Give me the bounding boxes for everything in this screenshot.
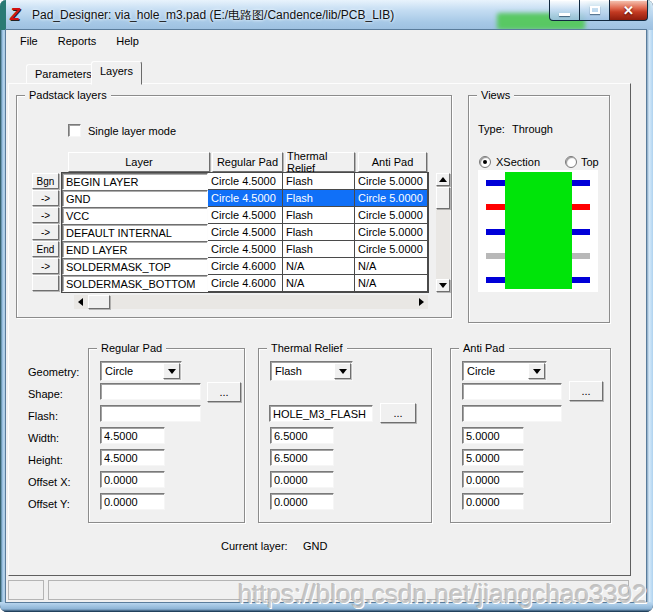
thermal-relief-flash-input[interactable] xyxy=(269,405,373,422)
thermal-relief-cell[interactable]: Flash xyxy=(283,190,355,207)
anti-pad-flash-input[interactable] xyxy=(462,405,562,422)
flash-label: Flash: xyxy=(28,410,58,422)
anti-pad-offset-y-input[interactable] xyxy=(462,493,524,510)
layer-cell[interactable]: GND xyxy=(62,190,208,207)
anti-pad-browse-button[interactable]: ... xyxy=(569,381,603,401)
chevron-down-icon[interactable] xyxy=(163,363,180,379)
row-end-button[interactable]: End xyxy=(32,241,59,257)
layer-cell[interactable]: SOLDERMASK_BOTTOM xyxy=(62,275,208,292)
anti-pad-cell[interactable]: Circle 5.0000 xyxy=(355,241,428,258)
scroll-down-button[interactable] xyxy=(436,279,450,292)
chevron-down-icon[interactable] xyxy=(528,363,545,379)
anti-pad-shape-input[interactable] xyxy=(462,383,562,400)
regular-pad-offset-x-input[interactable] xyxy=(100,471,165,488)
column-header-thermal-relief[interactable]: Thermal Relief xyxy=(286,152,355,172)
close-button[interactable]: ✕ xyxy=(610,0,648,21)
row-arrow-button[interactable]: -> xyxy=(32,207,59,223)
regular-pad-flash-input[interactable] xyxy=(100,405,201,422)
regular-pad-cell[interactable]: Circle 4.6000 xyxy=(208,275,283,292)
anti-pad-height-input[interactable] xyxy=(462,449,524,466)
column-header-layer[interactable]: Layer xyxy=(68,152,210,172)
thermal-relief-cell[interactable]: N/A xyxy=(283,258,355,275)
thermal-relief-browse-button[interactable]: ... xyxy=(380,403,416,423)
row-arrow-button[interactable]: -> xyxy=(32,258,59,274)
regular-pad-cell[interactable]: Circle 4.6000 xyxy=(208,258,283,275)
scroll-up-button[interactable] xyxy=(436,173,450,186)
menu-file[interactable]: File xyxy=(10,32,48,50)
table-row[interactable]: BEGIN LAYER Circle 4.5000 Flash Circle 5… xyxy=(62,173,428,190)
minimize-button[interactable] xyxy=(549,0,580,21)
table-row[interactable]: SOLDERMASK_TOP Circle 4.6000 N/A N/A xyxy=(62,258,428,275)
row-begin-button[interactable]: Bgn xyxy=(32,173,59,189)
anti-pad-offset-x-input[interactable] xyxy=(462,471,524,488)
tab-layers[interactable]: Layers xyxy=(91,61,142,85)
row-blank-button[interactable] xyxy=(32,275,59,291)
anti-pad-width-input[interactable] xyxy=(462,427,524,444)
thermal-relief-offset-y-input[interactable] xyxy=(270,493,334,510)
scroll-left-button[interactable] xyxy=(74,295,87,309)
table-row[interactable]: VCC Circle 4.5000 Flash Circle 5.0000 xyxy=(62,207,428,224)
xsection-radio[interactable] xyxy=(479,156,491,168)
anti-pad-cell[interactable]: Circle 5.0000 xyxy=(355,224,428,241)
layer-cell[interactable]: BEGIN LAYER xyxy=(62,173,208,190)
regular-pad-height-input[interactable] xyxy=(100,449,165,466)
anti-pad-cell[interactable]: Circle 5.0000 xyxy=(355,190,428,207)
layer-cell[interactable]: SOLDERMASK_TOP xyxy=(62,258,208,275)
vertical-scroll-thumb[interactable] xyxy=(436,187,450,209)
maximize-button[interactable] xyxy=(580,0,610,21)
table-horizontal-scrollbar[interactable] xyxy=(74,295,428,309)
regular-pad-cell[interactable]: Circle 4.5000 xyxy=(208,241,283,258)
column-header-anti-pad[interactable]: Anti Pad xyxy=(358,152,427,172)
regular-pad-cell[interactable]: Circle 4.5000 xyxy=(208,207,283,224)
thermal-relief-cell[interactable]: N/A xyxy=(283,275,355,292)
thermal-relief-cell[interactable]: Flash xyxy=(283,207,355,224)
anti-pad-cell[interactable]: N/A xyxy=(355,275,428,292)
xsection-pad xyxy=(505,172,572,289)
thermal-relief-width-input[interactable] xyxy=(270,427,334,444)
regular-pad-geometry-select[interactable]: Circle xyxy=(100,361,182,381)
thermal-relief-cell[interactable]: Flash xyxy=(283,241,355,258)
regular-pad-width-input[interactable] xyxy=(100,427,165,444)
tab-parameters[interactable]: Parameters xyxy=(26,64,101,84)
anti-pad-geometry-select[interactable]: Circle xyxy=(462,361,547,381)
thermal-relief-geometry-select[interactable]: Flash xyxy=(270,361,353,381)
single-layer-mode-checkbox[interactable] xyxy=(68,124,81,137)
thermal-relief-cell[interactable]: Flash xyxy=(283,224,355,241)
regular-pad-browse-button[interactable]: ... xyxy=(207,382,241,402)
row-arrow-button[interactable]: -> xyxy=(32,224,59,240)
table-vertical-scrollbar[interactable] xyxy=(436,173,450,292)
scroll-right-button[interactable] xyxy=(415,295,428,309)
regular-pad-cell[interactable]: Circle 4.5000 xyxy=(208,190,283,207)
window-frame-right xyxy=(646,30,653,602)
horizontal-scroll-thumb[interactable] xyxy=(88,295,110,309)
anti-pad-cell[interactable]: Circle 5.0000 xyxy=(355,207,428,224)
layer-cell[interactable]: VCC xyxy=(62,207,208,224)
table-row-selected[interactable]: GND Circle 4.5000 Flash Circle 5.0000 xyxy=(62,190,428,207)
column-header-regular-pad[interactable]: Regular Pad xyxy=(212,152,283,172)
arrow-down-glyph xyxy=(339,369,347,374)
anti-pad-cell[interactable]: N/A xyxy=(355,258,428,275)
arrow-up-icon xyxy=(439,177,447,182)
regular-pad-offset-y-input[interactable] xyxy=(100,493,165,510)
layer-cell[interactable]: END LAYER xyxy=(62,241,208,258)
thermal-relief-height-input[interactable] xyxy=(270,449,334,466)
menu-reports[interactable]: Reports xyxy=(48,32,107,50)
chevron-down-icon[interactable] xyxy=(334,363,351,379)
table-row[interactable]: END LAYER Circle 4.5000 Flash Circle 5.0… xyxy=(62,241,428,258)
regular-pad-shape-input[interactable] xyxy=(100,383,201,400)
arrow-left-icon xyxy=(78,298,83,306)
regular-pad-group-label: Regular Pad xyxy=(97,342,166,354)
thermal-relief-offset-x-input[interactable] xyxy=(270,471,334,488)
top-radio[interactable] xyxy=(565,156,577,168)
thermal-relief-cell[interactable]: Flash xyxy=(283,173,355,190)
table-row[interactable]: DEFAULT INTERNAL Circle 4.5000 Flash Cir… xyxy=(62,224,428,241)
menu-help[interactable]: Help xyxy=(106,32,149,50)
table-row[interactable]: SOLDERMASK_BOTTOM Circle 4.6000 N/A N/A xyxy=(62,275,428,292)
regular-pad-cell[interactable]: Circle 4.5000 xyxy=(208,224,283,241)
layer-cell[interactable]: DEFAULT INTERNAL xyxy=(62,224,208,241)
regular-pad-cell[interactable]: Circle 4.5000 xyxy=(208,173,283,190)
app-icon: Z xyxy=(10,7,26,23)
anti-pad-cell[interactable]: Circle 5.0000 xyxy=(355,173,428,190)
title-bar[interactable]: Z Pad_Designer: via_hole_m3.pad (E:/电路图/… xyxy=(0,0,653,30)
row-arrow-button[interactable]: -> xyxy=(32,190,59,206)
